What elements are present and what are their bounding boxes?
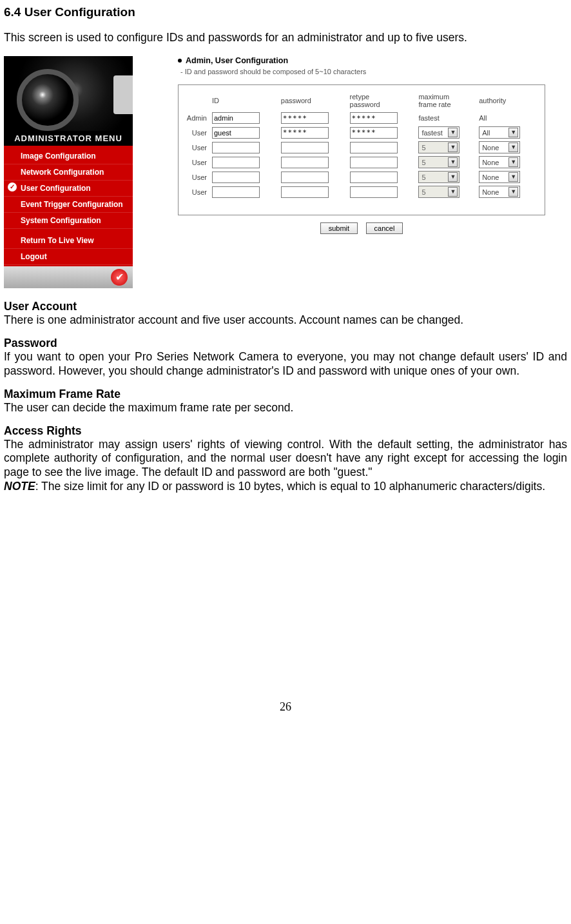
- text-password: If you want to open your Pro Series Netw…: [4, 350, 567, 378]
- user-grid: ID password retypepassword maximumframe …: [181, 92, 537, 199]
- text-user-account: There is one administrator account and f…: [4, 313, 567, 328]
- heading-password: Password: [4, 337, 567, 350]
- chevron-down-icon: ▼: [508, 172, 518, 182]
- row-label: User: [181, 125, 209, 140]
- menu-item-user-configuration[interactable]: User Configuration: [4, 181, 133, 197]
- heading-max-frame-rate: Maximum Frame Rate: [4, 388, 567, 401]
- retype-password-input[interactable]: [350, 127, 398, 139]
- retype-password-input[interactable]: [350, 186, 398, 198]
- row-label: User: [181, 170, 209, 184]
- retype-password-input[interactable]: [350, 172, 398, 183]
- id-input[interactable]: [212, 127, 260, 139]
- panel-subtitle: - ID and password should be composed of …: [180, 68, 545, 75]
- id-input[interactable]: [212, 172, 260, 183]
- frame-rate-select: 5▼: [418, 156, 460, 168]
- chevron-down-icon: ▼: [448, 157, 458, 167]
- password-input[interactable]: [281, 172, 329, 183]
- frame-rate-static: fastest: [416, 111, 476, 125]
- password-input[interactable]: [281, 127, 329, 139]
- table-row: User5▼None▼: [181, 155, 537, 170]
- menu-item-event-trigger-configuration[interactable]: Event Trigger Configuration: [4, 197, 133, 213]
- section-heading: 6.4 User Configuration: [4, 5, 567, 19]
- submit-button[interactable]: submit: [320, 222, 358, 234]
- authority-static: All: [476, 111, 537, 125]
- password-input[interactable]: [281, 112, 329, 124]
- frame-rate-select: 5▼: [418, 141, 460, 153]
- menu-item-system-configuration[interactable]: System Configuration: [4, 213, 133, 229]
- authority-select[interactable]: None▼: [479, 171, 520, 183]
- chevron-down-icon: ▼: [448, 187, 458, 197]
- row-label: Admin: [181, 111, 209, 125]
- col-retype: retypepassword: [347, 92, 416, 111]
- camera-lens-image: [4, 56, 133, 131]
- col-authority: authority: [476, 92, 537, 111]
- admin-menu-title: ADMINISTRATOR MENU: [4, 131, 133, 146]
- row-label: User: [181, 184, 209, 199]
- figure-row: ADMINISTRATOR MENU Image Configuration N…: [4, 56, 567, 288]
- authority-select[interactable]: None▼: [479, 141, 520, 153]
- chevron-down-icon: ▼: [448, 128, 458, 137]
- chevron-down-icon: ▼: [508, 128, 518, 137]
- retype-password-input[interactable]: [350, 157, 398, 168]
- authority-select[interactable]: All▼: [479, 126, 520, 139]
- chevron-down-icon: ▼: [448, 143, 458, 152]
- text-access-rights: The administrator may assign users' righ…: [4, 438, 567, 480]
- retype-password-input[interactable]: [350, 142, 398, 153]
- config-panel: Admin, User Configuration - ID and passw…: [178, 56, 545, 234]
- cancel-button[interactable]: cancel: [366, 222, 403, 234]
- col-password: password: [278, 92, 347, 111]
- col-id: ID: [209, 92, 278, 111]
- menu-item-network-configuration[interactable]: Network Configuration: [4, 164, 133, 181]
- table-row: User5▼None▼: [181, 184, 537, 199]
- chevron-down-icon: ▼: [508, 187, 518, 197]
- page-number: 26: [4, 700, 567, 720]
- frame-rate-select[interactable]: fastest▼: [418, 126, 460, 139]
- menu-item-return-live-view[interactable]: Return To Live View: [4, 233, 133, 249]
- bullet-icon: [178, 59, 182, 63]
- note-label: NOTE: [4, 480, 35, 493]
- table-row: User5▼None▼: [181, 170, 537, 184]
- menu-item-image-configuration[interactable]: Image Configuration: [4, 148, 133, 164]
- password-input[interactable]: [281, 142, 329, 153]
- section-intro: This screen is used to configure IDs and…: [4, 31, 567, 44]
- text-max-frame-rate: The user can decide the maximum frame ra…: [4, 401, 567, 415]
- chevron-down-icon: ▼: [508, 143, 518, 152]
- retype-password-input[interactable]: [350, 112, 398, 124]
- user-grid-wrap: ID password retypepassword maximumframe …: [178, 84, 545, 215]
- row-label: User: [181, 140, 209, 155]
- frame-rate-select: 5▼: [418, 171, 460, 183]
- chevron-down-icon: ▼: [508, 157, 518, 167]
- password-input[interactable]: [281, 186, 329, 198]
- col-framerate: maximumframe rate: [416, 92, 476, 111]
- authority-select[interactable]: None▼: [479, 186, 520, 198]
- admin-menu-footer: ✔: [4, 266, 133, 288]
- id-input[interactable]: [212, 186, 260, 198]
- chevron-down-icon: ▼: [448, 172, 458, 182]
- row-label: User: [181, 155, 209, 170]
- admin-menu-list: Image Configuration Network Configuratio…: [4, 146, 133, 266]
- check-badge-icon: ✔: [111, 269, 128, 286]
- table-row: User5▼None▼: [181, 140, 537, 155]
- admin-menu: ADMINISTRATOR MENU Image Configuration N…: [4, 56, 133, 288]
- id-input[interactable]: [212, 112, 260, 124]
- panel-title: Admin, User Configuration: [186, 56, 288, 65]
- authority-select[interactable]: None▼: [479, 156, 520, 168]
- note-text: : The size limit for any ID or password …: [35, 480, 545, 493]
- id-input[interactable]: [212, 157, 260, 168]
- password-input[interactable]: [281, 157, 329, 168]
- id-input[interactable]: [212, 142, 260, 153]
- menu-item-logout[interactable]: Logout: [4, 249, 133, 265]
- frame-rate-select: 5▼: [418, 186, 460, 198]
- heading-access-rights: Access Rights: [4, 424, 567, 438]
- text-note: NOTE: The size limit for any ID or passw…: [4, 480, 567, 494]
- heading-user-account: User Account: [4, 300, 567, 313]
- table-row: AdminfastestAll: [181, 111, 537, 125]
- table-row: Userfastest▼All▼: [181, 125, 537, 140]
